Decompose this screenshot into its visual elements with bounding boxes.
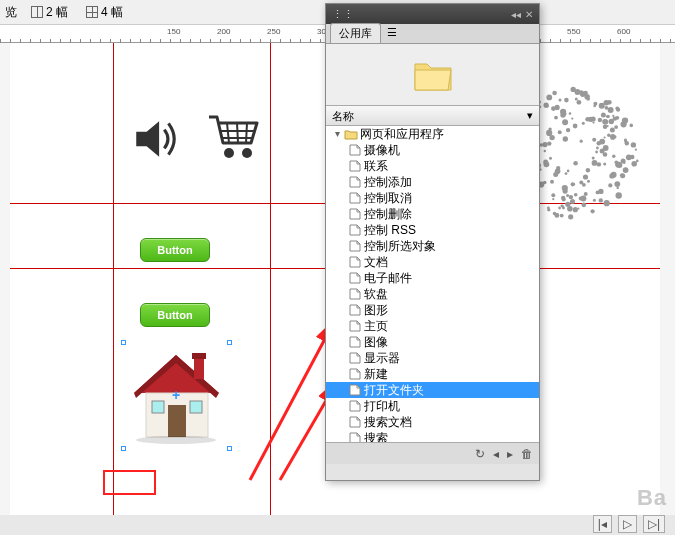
tree-item[interactable]: 新建 (326, 366, 539, 382)
tree-root[interactable]: ▾网页和应用程序 (326, 126, 539, 142)
four-up-icon (86, 6, 98, 18)
tree-item[interactable]: 文档 (326, 254, 539, 270)
tree-item[interactable]: 搜索文档 (326, 414, 539, 430)
guide-vertical[interactable] (270, 43, 271, 515)
svg-point-171 (560, 214, 564, 218)
svg-point-92 (580, 140, 583, 143)
svg-point-96 (573, 124, 578, 129)
tree-item[interactable]: 图像 (326, 334, 539, 350)
tree-item-label: 搜索 (364, 430, 388, 442)
svg-point-116 (614, 181, 620, 187)
svg-point-158 (592, 160, 598, 166)
panel-collapse-icon[interactable]: ◂◂ (511, 9, 521, 20)
svg-point-188 (610, 134, 616, 140)
tree-item-label: 新建 (364, 366, 388, 382)
svg-point-176 (593, 105, 596, 108)
panel-close-icon[interactable]: ✕ (525, 9, 533, 20)
svg-point-62 (556, 166, 560, 170)
svg-point-186 (574, 193, 578, 197)
guide-vertical[interactable] (113, 43, 114, 515)
next-frame-icon[interactable]: ▷| (643, 515, 665, 533)
svg-point-174 (575, 98, 578, 101)
tree-item-label: 打开文件夹 (364, 382, 424, 398)
panel-preview (326, 44, 539, 106)
tree-item-label: 控制所选对象 (364, 238, 436, 254)
tree-item-label: 图形 (364, 302, 388, 318)
svg-point-166 (612, 115, 614, 117)
tree-item-label: 摄像机 (364, 142, 400, 158)
tree-item[interactable]: 控制添加 (326, 174, 539, 190)
svg-point-202 (554, 116, 558, 120)
column-sort-icon[interactable]: ▾ (527, 109, 533, 122)
tree-item[interactable]: 打印机 (326, 398, 539, 414)
svg-point-94 (609, 173, 614, 178)
tree-item[interactable]: 图形 (326, 302, 539, 318)
tab-common-library[interactable]: 公用库 (330, 23, 381, 43)
panel-titlebar[interactable]: ⋮⋮ ◂◂ ✕ (326, 4, 539, 24)
svg-point-105 (558, 207, 561, 210)
svg-point-97 (591, 209, 595, 213)
tree-item[interactable]: 主页 (326, 318, 539, 334)
svg-point-43 (573, 161, 578, 166)
svg-point-7 (242, 148, 252, 158)
svg-point-128 (631, 142, 636, 147)
svg-point-63 (603, 124, 608, 129)
svg-point-114 (592, 138, 596, 142)
tree-item[interactable]: 摄像机 (326, 142, 539, 158)
svg-point-77 (636, 160, 639, 163)
svg-point-71 (560, 109, 566, 115)
svg-point-102 (613, 116, 617, 120)
speaker-icon[interactable] (130, 113, 182, 165)
svg-point-30 (612, 155, 615, 158)
svg-point-125 (604, 136, 606, 138)
tree-item[interactable]: 控制取消 (326, 190, 539, 206)
svg-line-1 (227, 123, 229, 143)
play-prev-icon[interactable]: ◂ (493, 447, 499, 461)
play-next-icon[interactable]: ▸ (507, 447, 513, 461)
view-label: 览 (5, 4, 17, 21)
tree-item[interactable]: 控制 RSS (326, 222, 539, 238)
tree-item[interactable]: 搜索 (326, 430, 539, 442)
svg-point-187 (620, 174, 624, 178)
two-up-button[interactable]: 2 幅 (27, 2, 72, 23)
sample-button-1[interactable]: Button (140, 238, 210, 262)
svg-point-219 (579, 197, 583, 201)
svg-point-6 (224, 148, 234, 158)
shopping-cart-icon[interactable] (205, 111, 263, 163)
svg-point-101 (552, 91, 557, 96)
svg-point-156 (543, 160, 548, 165)
tree-item-label: 打印机 (364, 398, 400, 414)
four-up-button[interactable]: 4 幅 (82, 2, 127, 23)
tree-item[interactable]: 控制所选对象 (326, 238, 539, 254)
house-image-object[interactable]: + (124, 343, 229, 448)
svg-point-154 (558, 130, 562, 134)
prev-frame-icon[interactable]: |◂ (593, 515, 612, 533)
play-icon[interactable]: ▷ (618, 515, 637, 533)
svg-point-31 (610, 127, 615, 132)
common-library-panel[interactable]: ⋮⋮ ◂◂ ✕ 公用库 ☰ 名称 ▾ ▾网页和应用程序摄像机联系控制添加控制取消… (325, 3, 540, 481)
tree-item-label: 文档 (364, 254, 388, 270)
tree-item[interactable]: 显示器 (326, 350, 539, 366)
selection-handle[interactable] (121, 340, 126, 345)
tree-item[interactable]: 控制删除 (326, 206, 539, 222)
svg-line-3 (246, 123, 247, 143)
tree-item[interactable]: 软盘 (326, 286, 539, 302)
svg-point-211 (577, 208, 579, 210)
tree-item[interactable]: 联系 (326, 158, 539, 174)
panel-menu-icon[interactable]: ☰ (381, 22, 403, 43)
ruler-mark: 200 (217, 27, 230, 36)
tree-item[interactable]: 打开文件夹 (326, 382, 539, 398)
selection-handle[interactable] (121, 446, 126, 451)
svg-point-111 (592, 122, 594, 124)
refresh-icon[interactable]: ↻ (475, 447, 485, 461)
svg-point-223 (566, 128, 570, 132)
library-tree[interactable]: ▾网页和应用程序摄像机联系控制添加控制取消控制删除控制 RSS控制所选对象文档电… (326, 126, 539, 442)
panel-column-header[interactable]: 名称 ▾ (326, 106, 539, 126)
selection-handle[interactable] (227, 340, 232, 345)
selection-handle[interactable] (227, 446, 232, 451)
trash-icon[interactable]: 🗑 (521, 447, 533, 461)
svg-point-181 (582, 183, 586, 187)
tree-item[interactable]: 电子邮件 (326, 270, 539, 286)
svg-point-121 (606, 116, 608, 118)
sample-button-2[interactable]: Button (140, 303, 210, 327)
